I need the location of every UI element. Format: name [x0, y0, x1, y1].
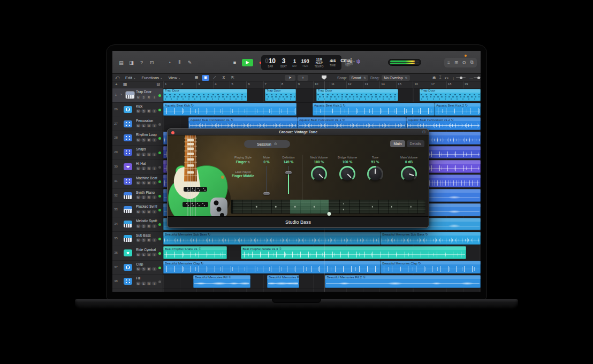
- ruler-bar-17[interactable]: 17: [430, 81, 446, 88]
- ruler-bar-14[interactable]: 14: [379, 81, 396, 88]
- ruler-bar-12[interactable]: 12: [346, 81, 363, 88]
- disclosure-icon[interactable]: ›: [120, 93, 121, 96]
- stop-button[interactable]: ■: [230, 59, 239, 66]
- s-button[interactable]: S: [141, 167, 146, 170]
- ruler-bar-16[interactable]: 16: [413, 81, 429, 88]
- i-button[interactable]: I: [152, 153, 156, 156]
- m-button[interactable]: M: [136, 138, 140, 141]
- tuner-icon[interactable]: ψ: [356, 58, 360, 64]
- close-icon[interactable]: [171, 131, 174, 134]
- track-header-rhythm-loop[interactable]: 28›Rhythm LoopMSRI: [112, 131, 163, 146]
- i-button[interactable]: I: [152, 239, 156, 242]
- track-alternatives-icon[interactable]: ▦: [123, 82, 127, 87]
- r-button[interactable]: R: [147, 110, 151, 113]
- snap-dropdown[interactable]: Smart⇅: [349, 75, 368, 81]
- s-button[interactable]: S: [141, 181, 146, 185]
- plugin-window[interactable]: Groove: Vintage Tone ⊡: [167, 128, 429, 228]
- track-header-machine-beat[interactable]: 31›Machine BeatMSRI: [112, 175, 163, 189]
- i-button[interactable]: I: [152, 224, 156, 228]
- ruler-bar-7[interactable]: 7: [263, 81, 280, 88]
- ruler-bar-8[interactable]: 8: [280, 81, 296, 88]
- ruler-bar-1[interactable]: 1: [163, 81, 180, 88]
- ruler-bar-6[interactable]: 6: [246, 81, 263, 88]
- m-button[interactable]: M: [136, 239, 140, 242]
- s-button[interactable]: S: [141, 124, 146, 127]
- r-button[interactable]: R: [147, 267, 151, 270]
- secondary-tool-button[interactable]: ＋: [298, 75, 308, 81]
- i-button[interactable]: I: [152, 253, 156, 256]
- r-button[interactable]: R: [147, 167, 151, 170]
- r-button[interactable]: R: [147, 224, 151, 228]
- track-header-melodic-synth[interactable]: 34›Melodic SynthMSRI: [112, 217, 163, 232]
- main-volume-knob[interactable]: Main Volume0 dB: [394, 156, 424, 182]
- count-in-button[interactable]: 1234: [345, 60, 353, 65]
- m-button[interactable]: M: [136, 282, 140, 285]
- region[interactable]: Beautiful Memories Fill.2 ①: [325, 275, 481, 288]
- r-button[interactable]: R: [147, 239, 151, 242]
- ruler-bar-18[interactable]: 18: [446, 81, 463, 88]
- i-button[interactable]: I: [152, 282, 156, 285]
- bridge-volume-knob[interactable]: Bridge Volume100 %: [332, 156, 362, 182]
- preset-selector[interactable]: Session ⊙: [244, 140, 290, 148]
- track-header-hi-hat[interactable]: 30›Hi-HatMSRI: [112, 160, 163, 175]
- i-button[interactable]: I: [152, 138, 156, 141]
- play-button[interactable]: ▶: [242, 59, 253, 66]
- region[interactable]: Beautiful Memories Sub Bass ↻: [381, 232, 481, 245]
- quick-help-icon[interactable]: ?: [138, 60, 145, 65]
- mixer-icon[interactable]: ⫴: [176, 59, 183, 65]
- m-button[interactable]: M: [136, 195, 140, 199]
- r-button[interactable]: R: [147, 253, 151, 256]
- track-header-plucked-synth[interactable]: 33›Plucked SynthMSRI: [112, 203, 163, 217]
- region[interactable]: Beat Prophet Snare 01.4 ①: [241, 246, 466, 259]
- track-header-percussion[interactable]: 27›PercussionMSRI: [112, 117, 163, 132]
- i-button[interactable]: I: [152, 181, 156, 185]
- m-button[interactable]: M: [136, 224, 140, 228]
- r-button[interactable]: R: [147, 195, 151, 199]
- edit-menu[interactable]: Edit⌄: [125, 75, 136, 80]
- s-button[interactable]: S: [141, 138, 146, 141]
- lcd-tempo[interactable]: 110 KEEP TEMPO: [313, 57, 325, 68]
- note-pads-icon[interactable]: ⊞: [454, 60, 458, 65]
- m-button[interactable]: M: [136, 181, 140, 185]
- r-button[interactable]: R: [147, 181, 151, 185]
- track-header-fill[interactable]: 38›FillMSRI: [112, 275, 163, 289]
- flex-view-icon[interactable]: ⧖: [220, 75, 227, 81]
- track-header-sub-bass[interactable]: 35›Sub BassMSRI: [112, 232, 163, 246]
- lcd-time-signature[interactable]: 4/4 TIME: [329, 59, 337, 67]
- region[interactable]: Aquatic Beat Kick.2 ↻: [435, 103, 481, 116]
- m-button[interactable]: M: [136, 210, 140, 213]
- ruler-bar-5[interactable]: 5: [230, 81, 246, 88]
- region[interactable]: Beautiful Memories Clap ↻: [163, 261, 381, 274]
- region[interactable]: Beautiful Memories Fill.1 ①: [267, 275, 299, 288]
- r-button[interactable]: R: [147, 124, 151, 127]
- ruler-bar-15[interactable]: 15: [396, 81, 413, 88]
- slider-thumb[interactable]: [285, 171, 292, 174]
- toolbar-toggle-icon[interactable]: ⊡: [148, 60, 155, 65]
- link-window-icon[interactable]: ⊡: [422, 130, 425, 134]
- catch-playhead-icon[interactable]: ⇱: [229, 75, 237, 81]
- automation-view-icon[interactable]: ⟋: [211, 75, 218, 81]
- snap-to-grid-icon[interactable]: ✻: [432, 75, 436, 81]
- editors-icon[interactable]: ✎: [186, 60, 193, 65]
- track-header-synth-piano[interactable]: 32›Synth PianoMSRI: [112, 189, 163, 203]
- link-mode-icon[interactable]: ⊷: [445, 75, 449, 81]
- tab-details[interactable]: Details: [407, 140, 424, 147]
- region[interactable]: Beautiful Memories Fill ①: [193, 275, 250, 288]
- s-button[interactable]: S: [141, 210, 146, 213]
- smart-controls-icon[interactable]: ◔: [166, 60, 173, 65]
- region[interactable]: Beautiful Memories Sub Bass ↻: [163, 232, 381, 245]
- s-button[interactable]: S: [141, 224, 146, 228]
- region[interactable]: Trap Door: [163, 89, 247, 102]
- region[interactable]: Trap Door: [316, 89, 398, 102]
- r-button[interactable]: R: [147, 153, 151, 156]
- back-icon[interactable]: ⤺: [115, 74, 120, 81]
- i-button[interactable]: I: [152, 195, 156, 199]
- region-view-icon[interactable]: ▣: [202, 75, 209, 81]
- ruler-bar-9[interactable]: 9: [296, 81, 313, 88]
- horizontal-zoom-slider[interactable]: ⋯: [469, 76, 481, 80]
- track-header-ride-cymbal[interactable]: 36›Ride CymbalMSRI: [112, 246, 163, 261]
- m-button[interactable]: M: [136, 153, 140, 156]
- inspector-icon[interactable]: ◨: [128, 60, 135, 65]
- definition-slider[interactable]: Definition 149 %: [273, 156, 303, 194]
- add-track-button[interactable]: +: [115, 82, 118, 87]
